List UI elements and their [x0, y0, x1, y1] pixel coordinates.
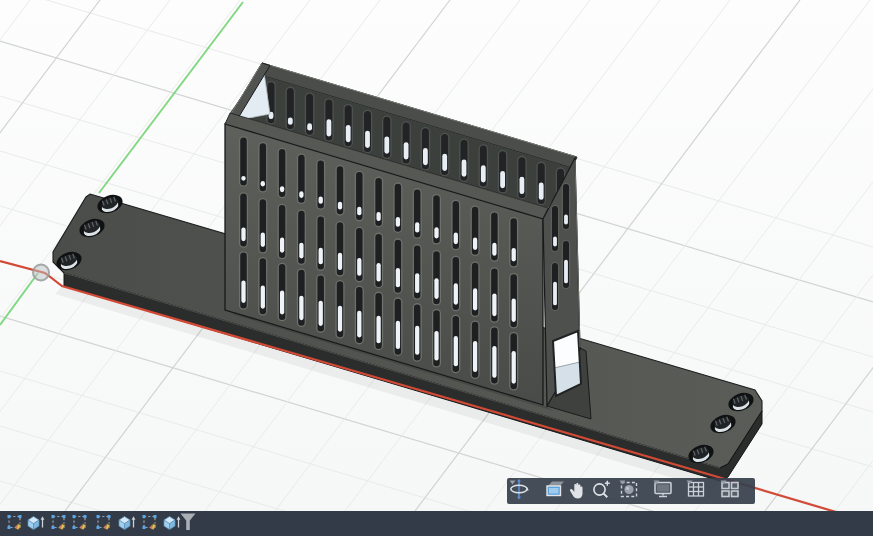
- ventilation-slot[interactable]: [316, 215, 325, 271]
- timeline-feature-sketch[interactable]: [72, 514, 91, 532]
- timeline-feature-sketch[interactable]: [7, 514, 26, 532]
- 3d-viewport[interactable]: [0, 0, 873, 511]
- ventilation-slot[interactable]: [258, 142, 267, 193]
- pan-button[interactable]: [566, 478, 588, 504]
- ventilation-slot[interactable]: [479, 144, 489, 188]
- slot-part: [512, 248, 516, 262]
- ventilation-slot[interactable]: [258, 257, 267, 316]
- display-settings-button[interactable]: [652, 478, 684, 504]
- ventilation-slot[interactable]: [440, 133, 450, 177]
- timeline-bar[interactable]: [0, 511, 873, 536]
- ventilation-slot[interactable]: [451, 315, 460, 374]
- ventilation-slot[interactable]: [355, 227, 364, 283]
- ventilation-slot[interactable]: [509, 217, 518, 268]
- slot-part: [338, 306, 342, 332]
- ventilation-slot[interactable]: [562, 183, 571, 231]
- ventilation-slot[interactable]: [335, 165, 344, 216]
- ventilation-slot[interactable]: [374, 233, 383, 289]
- slot-part: [462, 160, 467, 177]
- timeline-feature-sketch[interactable]: [51, 514, 70, 532]
- ventilation-slot[interactable]: [413, 303, 422, 362]
- ventilation-slot[interactable]: [278, 263, 287, 322]
- ventilation-slot[interactable]: [393, 182, 402, 233]
- ventilation-slot[interactable]: [451, 256, 460, 312]
- ventilation-slot[interactable]: [297, 210, 306, 266]
- ventilation-slot[interactable]: [239, 251, 248, 310]
- viewports-button[interactable]: [719, 478, 755, 504]
- ventilation-slot[interactable]: [393, 238, 402, 294]
- origin-point[interactable]: [33, 265, 49, 281]
- ventilation-slot[interactable]: [509, 332, 518, 391]
- ventilation-slot[interactable]: [374, 177, 383, 228]
- ventilation-slot[interactable]: [363, 110, 373, 154]
- slot-part: [500, 171, 505, 188]
- ventilation-slot[interactable]: [471, 320, 480, 379]
- view-navigation-toolbar: [507, 478, 755, 504]
- ventilation-slot[interactable]: [258, 198, 267, 254]
- ventilation-slot[interactable]: [451, 200, 460, 251]
- ventilation-slot[interactable]: [343, 104, 353, 148]
- zoom-button[interactable]: [590, 478, 616, 504]
- ventilation-slot[interactable]: [471, 205, 480, 256]
- ventilation-slot[interactable]: [239, 192, 248, 248]
- timeline-feature-extrude[interactable]: [162, 514, 181, 532]
- slot-part: [319, 196, 323, 203]
- ventilation-slot[interactable]: [490, 326, 499, 385]
- ventilation-slot[interactable]: [355, 286, 364, 345]
- ventilation-slot[interactable]: [305, 92, 315, 136]
- ventilation-slot[interactable]: [490, 267, 499, 323]
- ventilation-slot[interactable]: [562, 240, 571, 290]
- ventilation-slot[interactable]: [286, 87, 296, 131]
- timeline-feature-sketch[interactable]: [96, 514, 115, 532]
- ventilation-slot[interactable]: [432, 194, 441, 245]
- ventilation-slot[interactable]: [335, 221, 344, 277]
- ventilation-slot[interactable]: [382, 115, 392, 159]
- slot-part: [319, 301, 323, 326]
- application-window: [0, 0, 873, 536]
- orbit-button[interactable]: [508, 478, 542, 504]
- ventilation-slot[interactable]: [536, 162, 546, 206]
- ventilation-slot[interactable]: [509, 273, 518, 329]
- timeline-feature-sketch[interactable]: [142, 514, 161, 532]
- ventilation-slot[interactable]: [498, 150, 508, 194]
- ventilation-slot[interactable]: [278, 148, 287, 199]
- ventilation-slot[interactable]: [297, 269, 306, 328]
- ventilation-slot[interactable]: [517, 156, 527, 200]
- ventilation-slot[interactable]: [278, 204, 287, 260]
- ventilation-slot[interactable]: [421, 127, 431, 171]
- ventilation-slot[interactable]: [551, 205, 560, 253]
- ventilation-slot[interactable]: [297, 154, 306, 205]
- timeline-feature-extrude[interactable]: [117, 514, 136, 532]
- timeline-feature-extrude[interactable]: [26, 514, 45, 532]
- ventilation-slot[interactable]: [316, 159, 325, 210]
- ventilation-slot[interactable]: [355, 171, 364, 222]
- ventilation-slot[interactable]: [459, 139, 469, 183]
- ventilation-slot[interactable]: [393, 297, 402, 356]
- slot-part: [280, 291, 284, 315]
- ventilation-slot[interactable]: [551, 262, 560, 312]
- slot-part: [261, 181, 265, 186]
- grid-and-snaps-button[interactable]: [685, 478, 718, 504]
- slot-part: [512, 299, 516, 322]
- ventilation-slot[interactable]: [432, 309, 441, 368]
- slot-part: [396, 268, 400, 287]
- timeline-playhead[interactable]: [180, 513, 196, 535]
- ventilation-slot[interactable]: [401, 121, 411, 165]
- ventilation-slot[interactable]: [316, 274, 325, 333]
- fit-button[interactable]: [618, 478, 651, 504]
- ventilation-slot[interactable]: [413, 244, 422, 300]
- ventilation-slot[interactable]: [490, 211, 499, 262]
- ventilation-slot[interactable]: [471, 261, 480, 317]
- ventilation-slot[interactable]: [335, 280, 344, 339]
- slot-part: [299, 243, 303, 259]
- ventilation-slot[interactable]: [432, 250, 441, 306]
- ventilation-slot[interactable]: [374, 292, 383, 351]
- slot-part: [307, 123, 312, 130]
- ventilation-slot[interactable]: [324, 98, 334, 142]
- slot-part: [473, 341, 477, 372]
- ventilation-slot[interactable]: [413, 188, 422, 239]
- ventilation-slot[interactable]: [239, 136, 248, 187]
- look-at-button[interactable]: [544, 478, 566, 504]
- model-slotted-rack[interactable]: [225, 63, 591, 419]
- slot-part: [415, 273, 419, 293]
